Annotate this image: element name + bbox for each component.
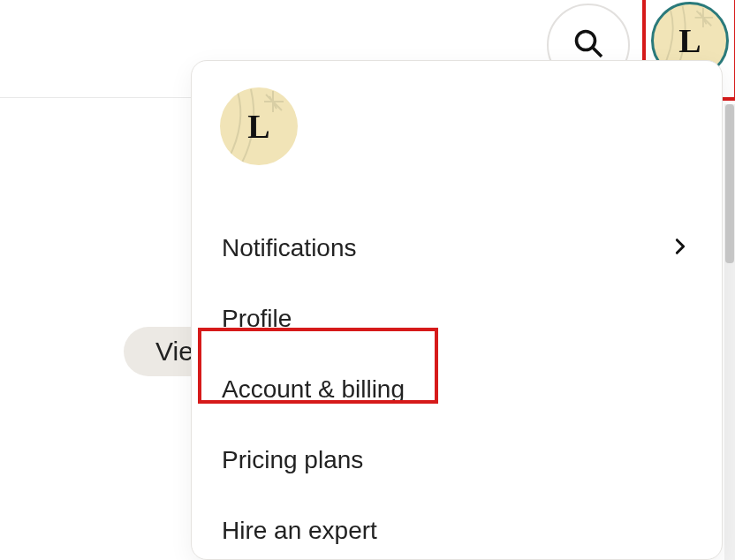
menu-item-label: Account & billing (222, 375, 405, 404)
scrollbar-thumb[interactable] (725, 104, 734, 263)
menu-items-list: Notifications Profile Account & billing … (192, 213, 722, 560)
menu-avatar[interactable]: L (220, 87, 298, 165)
svg-line-1 (593, 48, 602, 57)
menu-item-profile[interactable]: Profile (192, 284, 722, 354)
menu-item-notifications[interactable]: Notifications (192, 213, 722, 284)
account-dropdown: L Notifications Profile Account & billin… (191, 60, 723, 560)
menu-item-account-billing[interactable]: Account & billing (192, 354, 722, 425)
scrollbar-track[interactable] (724, 104, 735, 560)
menu-item-label: Hire an expert (222, 517, 377, 545)
menu-item-label: Profile (222, 305, 292, 333)
menu-avatar-letter: L (247, 107, 269, 146)
menu-item-label: Notifications (222, 234, 357, 262)
chevron-right-icon (671, 234, 690, 262)
menu-item-hire-expert[interactable]: Hire an expert (192, 496, 722, 560)
menu-item-pricing-plans[interactable]: Pricing plans (192, 425, 722, 496)
menu-item-label: Pricing plans (222, 446, 363, 474)
background-button-label: Vie (155, 337, 193, 367)
svg-point-0 (577, 32, 595, 50)
search-icon (572, 27, 604, 63)
avatar-letter: L (678, 21, 701, 60)
